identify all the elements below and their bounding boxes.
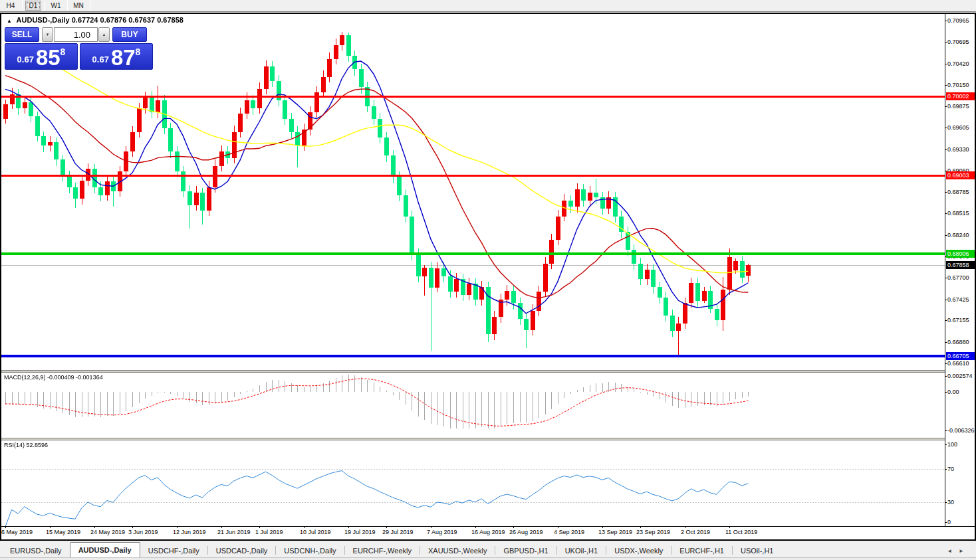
tab-usoil-h1[interactable]: USOil-,H1 <box>733 544 782 557</box>
time-tick <box>348 526 349 528</box>
buy-button[interactable]: BUY <box>112 27 147 42</box>
time-tick <box>94 526 95 528</box>
sell-price-box[interactable]: 0.67 85 8 <box>5 43 78 70</box>
tab-xauusd-weekly[interactable]: XAUUSD-,Weekly <box>420 544 495 557</box>
tab-audusd-daily[interactable]: AUDUSD-,Daily <box>70 542 140 557</box>
bottom-strip <box>0 557 976 560</box>
buy-price-box[interactable]: 0.67 87 8 <box>80 43 153 70</box>
chart-ohlc-values: 0.67724 0.67876 0.67637 0.67858 <box>72 16 183 24</box>
date-label: 10 Jul 2019 <box>300 529 331 535</box>
timeframe-d1[interactable]: D1 <box>25 1 41 11</box>
date-label: 29 Jul 2019 <box>382 529 414 535</box>
tab-eurchf-h1[interactable]: EURCHF-,H1 <box>671 544 732 557</box>
sell-price-pip: 8 <box>61 47 66 57</box>
date-label: 13 Sep 2019 <box>598 529 632 535</box>
chart-window: ▲ AUDUSD-,Daily 0.67724 0.67876 0.67637 … <box>0 13 976 541</box>
price-tick-label: 0.66610 <box>947 360 969 367</box>
trade-panel-collapse-icon[interactable]: ▲ <box>7 18 12 24</box>
volume-input[interactable]: 1.00 <box>54 27 98 42</box>
price-tick-label: 70 <box>947 466 954 472</box>
current-price-tag: 0.67858 <box>946 261 975 269</box>
hline-price-tag: 0.70002 <box>946 92 975 100</box>
tab-scroll-arrows[interactable]: ◄► <box>947 548 971 554</box>
price-tick-label: 0.69875 <box>947 103 969 110</box>
price-tick-label: -0.006326 <box>947 427 975 434</box>
price-tick-label: 0.69330 <box>947 146 969 153</box>
tab-scroll-right-icon[interactable]: ► <box>959 548 971 554</box>
time-tick <box>304 526 305 528</box>
time-tick <box>513 526 514 528</box>
volume-decrease-button[interactable]: ▼ <box>42 27 53 42</box>
tab-eurchf-weekly[interactable]: EURCHF-,Weekly <box>345 544 420 557</box>
time-tick <box>132 526 133 528</box>
date-label: 2 Oct 2019 <box>681 529 710 535</box>
chart-symbol-label: AUDUSD-,Daily <box>17 16 70 24</box>
time-tick <box>259 526 260 528</box>
toolbar-separator <box>45 1 45 11</box>
price-tick-label: 0.67700 <box>947 274 969 281</box>
date-label: 11 Oct 2019 <box>725 529 757 535</box>
time-tick <box>640 526 641 528</box>
macd-canvas[interactable] <box>1 373 945 438</box>
hline-price-tag: 0.68006 <box>946 250 975 258</box>
rsi-canvas[interactable] <box>1 440 945 526</box>
price-tick-label: 0.69605 <box>947 124 969 131</box>
toolbar-separator <box>22 1 23 11</box>
timeframe-w1[interactable]: W1 <box>48 1 64 11</box>
time-tick <box>50 526 51 528</box>
tab-gbpusd-h1[interactable]: GBPUSD-,H1 <box>495 544 556 557</box>
date-label: 26 Aug 2019 <box>509 529 543 535</box>
tab-usdchf-daily[interactable]: USDCHF-,Daily <box>140 544 207 557</box>
tab-eurusd-daily[interactable]: EURUSD-,Daily <box>2 544 70 557</box>
time-tick <box>558 526 558 528</box>
tab-usdx-weekly[interactable]: USDX-,Weekly <box>606 544 671 557</box>
chart-tab-bar: EURUSD-,DailyAUDUSD-,DailyUSDCHF-,DailyU… <box>0 541 976 557</box>
date-label: 15 May 2019 <box>46 529 80 535</box>
date-label: 21 Jun 2019 <box>217 529 251 535</box>
hline-price-tag: 0.66705 <box>946 352 975 360</box>
price-tick-label: 0.002574 <box>947 373 973 379</box>
tab-ukoil-h1[interactable]: UKOil-,H1 <box>557 544 606 557</box>
date-label: 7 Aug 2019 <box>427 529 457 535</box>
date-label: 6 May 2019 <box>1 529 33 535</box>
date-label: 16 Aug 2019 <box>471 529 505 535</box>
timeframe-mn[interactable]: MN <box>70 1 86 11</box>
hline-price-tag: 0.69003 <box>946 171 975 179</box>
price-tick-label: 0.70695 <box>947 39 969 45</box>
toolbar-separator <box>67 1 68 11</box>
mt4-terminal: H4D1W1MN ▲ AUDUSD-,Daily 0.67724 0.67876… <box>0 0 976 560</box>
price-tick-label: 0.67425 <box>947 296 969 303</box>
buy-price-pip: 8 <box>136 47 141 57</box>
price-tick-label: 0.67155 <box>947 317 969 324</box>
time-tick <box>602 526 603 528</box>
price-tick-label: 0.70965 <box>947 17 969 24</box>
time-tick <box>729 526 730 528</box>
timeframe-toolbar: H4D1W1MN <box>0 0 976 11</box>
sell-price-big: 85 <box>36 48 61 67</box>
time-tick <box>177 526 178 528</box>
price-tick-label: 100 <box>947 441 957 448</box>
price-tick-label: 0.68240 <box>947 232 969 238</box>
tab-usdcnh-daily[interactable]: USDCNH-,Daily <box>276 544 344 557</box>
date-label: 12 Jun 2019 <box>173 529 206 535</box>
tab-scroll-left-icon[interactable]: ◄ <box>947 548 959 554</box>
price-axis[interactable]: 0.709650.706950.704200.701500.698750.696… <box>945 14 975 526</box>
volume-increase-button[interactable]: ▲ <box>98 27 110 42</box>
time-tick <box>685 526 685 528</box>
price-tick-label: 0.70420 <box>947 60 969 67</box>
date-label: 19 Jul 2019 <box>344 529 376 535</box>
time-tick <box>5 526 6 528</box>
price-tick-label: 0.68515 <box>947 210 969 217</box>
rsi-indicator-label: RSI(14) 52.8596 <box>4 442 48 448</box>
one-click-trade-panel: SELL ▼ 1.00 ▲ BUY 0.67 85 8 0.67 87 <box>5 27 154 70</box>
price-tick-label: 30 <box>947 499 954 506</box>
macd-indicator-label: MACD(12,26,9) -0.000409 -0.001364 <box>4 374 103 381</box>
date-label: 3 Jun 2019 <box>128 529 158 535</box>
price-tick-label: 0.70150 <box>947 82 969 88</box>
time-axis[interactable]: 6 May 201915 May 201924 May 20193 Jun 20… <box>1 527 945 539</box>
price-tick-label: 0.00 <box>947 389 959 395</box>
tab-usdcad-daily[interactable]: USDCAD-,Daily <box>208 544 276 557</box>
price-tick-label: 0.68785 <box>947 189 969 195</box>
sell-button[interactable]: SELL <box>5 27 39 42</box>
timeframe-h4[interactable]: H4 <box>3 1 19 11</box>
